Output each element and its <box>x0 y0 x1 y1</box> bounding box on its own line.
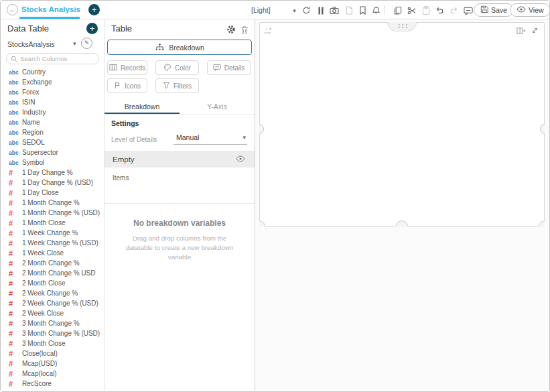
empty-state-title: No breakdown variables <box>115 218 244 228</box>
column-label: 1 Month Change % <box>22 199 80 206</box>
column-item[interactable]: #2 Week Close <box>1 308 103 318</box>
table-visualization-container[interactable] <box>259 22 545 226</box>
resize-handle-right[interactable] <box>540 124 545 134</box>
column-item[interactable]: abcIndustry <box>1 107 103 117</box>
column-item[interactable]: abcCountry <box>1 67 103 77</box>
column-label: Supersector <box>22 149 58 156</box>
search-columns-box <box>6 53 99 64</box>
workbook-tab[interactable]: Stocks Analysis <box>21 5 80 13</box>
drag-dots <box>397 23 408 29</box>
column-label: 1 Week Close <box>22 249 64 257</box>
view-button[interactable]: View <box>510 3 550 17</box>
back-arrow-icon: ← <box>9 5 16 13</box>
column-label: Forex <box>22 88 40 96</box>
column-item[interactable]: #3 Month Close <box>1 338 103 348</box>
column-item[interactable]: #RecScore <box>1 379 103 389</box>
dashboard-canvas[interactable] <box>255 19 549 391</box>
color-button[interactable]: Color <box>155 60 199 75</box>
column-label: Close(local) <box>22 350 58 357</box>
cut-scissors-icon[interactable] <box>407 5 417 15</box>
column-item[interactable]: #2 Month Change % <box>1 258 103 268</box>
paste-icon <box>421 5 431 15</box>
numeric-column-type-icon: # <box>9 269 22 277</box>
column-item[interactable]: abcSupersector <box>1 147 103 157</box>
column-item[interactable]: #2 Week Change % (USD) <box>1 298 103 308</box>
column-label: ISIN <box>22 99 35 106</box>
details-button[interactable]: Details <box>207 60 251 75</box>
edit-datatable-button[interactable]: ✎ <box>81 38 92 49</box>
column-item[interactable]: #1 Week Change % <box>1 228 103 238</box>
snapshot-camera-icon[interactable] <box>329 5 339 15</box>
tab-breakdown[interactable]: Breakdown <box>105 99 180 114</box>
drag-handle-top[interactable] <box>387 22 417 31</box>
column-item[interactable]: abcSymbol <box>1 157 103 168</box>
empty-breakdown-section[interactable]: Empty <box>105 151 255 168</box>
copy-icon[interactable] <box>393 5 403 15</box>
resize-handle-bottom-left[interactable] <box>259 220 265 226</box>
bookmark-icon[interactable] <box>358 5 368 15</box>
delete-visualization-trash-icon[interactable] <box>240 25 249 37</box>
column-item[interactable]: abcSEDOL <box>1 137 103 147</box>
back-button[interactable]: ← <box>7 4 18 15</box>
column-item[interactable]: #1 Month Change % <box>1 198 103 208</box>
column-item[interactable]: #Close(local) <box>1 348 103 358</box>
refresh-icon[interactable] <box>301 5 312 15</box>
notifications-bell-icon[interactable] <box>371 5 381 15</box>
numeric-column-type-icon: # <box>9 229 22 237</box>
numeric-column-type-icon: # <box>9 289 22 298</box>
visualization-settings-gear-icon[interactable] <box>226 25 236 37</box>
column-item[interactable]: abcName <box>1 117 103 127</box>
column-item[interactable]: #1 Day Change % (USD) <box>1 178 103 188</box>
column-label: 2 Month Close <box>22 279 65 287</box>
column-item[interactable]: #1 Month Close <box>1 218 103 228</box>
undo-icon[interactable] <box>435 5 445 15</box>
save-button[interactable]: Save <box>474 3 514 17</box>
resize-handle-bottom-right[interactable] <box>539 220 545 226</box>
records-button[interactable]: Records <box>107 60 147 75</box>
search-columns-input[interactable] <box>20 55 94 62</box>
icons-button[interactable]: Icons <box>107 78 147 93</box>
maximize-icon[interactable] <box>531 27 539 35</box>
column-item[interactable]: abcRegion <box>1 127 103 137</box>
numeric-column-type-icon: # <box>9 209 22 217</box>
level-of-details-caret-icon: ▾ <box>243 134 246 141</box>
column-item[interactable]: #2 Month Change % USD <box>1 268 103 278</box>
column-item[interactable]: #Mcap(local) <box>1 369 103 379</box>
filters-button[interactable]: Filters <box>155 78 199 93</box>
datatable-caret-icon[interactable]: ▾ <box>73 40 76 47</box>
theme-selector[interactable]: [Light] <box>251 6 271 14</box>
add-breakdown-hint-icon <box>263 25 273 36</box>
column-item[interactable]: #1 Week Change % (USD) <box>1 238 103 248</box>
breakdown-empty-state: No breakdown variables Drag and drop col… <box>115 218 244 263</box>
column-item[interactable]: #1 Day Close <box>1 188 103 198</box>
column-label: 2 Month Change % <box>22 259 80 267</box>
text-column-type-icon: abc <box>9 79 22 86</box>
breakdown-button[interactable]: Breakdown <box>107 40 252 55</box>
column-item[interactable]: #1 Day Change % <box>1 168 103 178</box>
column-label: RecScore <box>22 380 52 387</box>
column-item[interactable]: #2 Week Change % <box>1 288 103 298</box>
column-item[interactable]: #2 Month Close <box>1 278 103 288</box>
column-item[interactable]: abcExchange <box>1 77 103 87</box>
resize-handle-bottom[interactable] <box>396 220 408 226</box>
tab-y-axis[interactable]: Y-Axis <box>180 99 255 114</box>
topbar: ← Stocks Analysis + [Light] ▾ <box>1 1 549 19</box>
resize-handle-left[interactable] <box>259 124 264 134</box>
add-dashboard-button[interactable]: + <box>88 4 100 15</box>
add-data-table-button[interactable]: + <box>86 23 98 34</box>
column-item[interactable]: #Mcap(USD) <box>1 358 103 369</box>
column-item[interactable]: abcForex <box>1 87 103 97</box>
open-side-panel-icon[interactable] <box>517 27 526 35</box>
column-item[interactable]: #1 Week Close <box>1 248 103 258</box>
theme-caret-icon[interactable]: ▾ <box>289 5 299 15</box>
datatable-selector[interactable]: StocksAnalysis <box>7 40 55 48</box>
column-item[interactable]: #1 Month Change % (USD) <box>1 208 103 218</box>
comment-icon[interactable] <box>463 5 473 15</box>
column-item[interactable]: #3 Month Change % <box>1 318 103 328</box>
column-item[interactable]: abcISIN <box>1 97 103 107</box>
numeric-column-type-icon: # <box>9 239 22 247</box>
level-of-details-select[interactable]: Manual ▾ <box>174 131 247 145</box>
column-item[interactable]: #3 Month Change % (USD) <box>1 328 103 338</box>
visibility-eye-icon[interactable] <box>236 155 245 164</box>
pause-icon[interactable] <box>316 5 326 15</box>
